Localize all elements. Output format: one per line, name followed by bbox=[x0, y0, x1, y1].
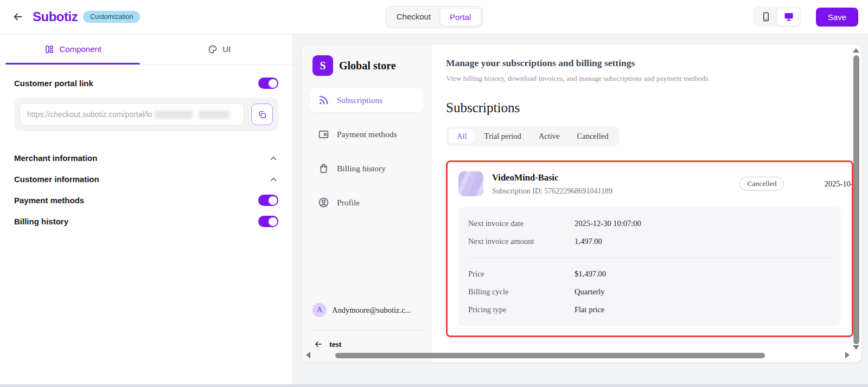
customer-information-row[interactable]: Customer information bbox=[14, 169, 278, 190]
sidebar-item-profile[interactable]: Profile bbox=[310, 190, 423, 215]
detail-row: Next invoice amount 1,497.00 bbox=[468, 233, 831, 250]
rss-icon bbox=[318, 94, 329, 106]
tab-component[interactable]: Component bbox=[0, 34, 146, 64]
subscriptions-heading: Subscriptions bbox=[446, 100, 853, 115]
detail-label: Next invoice amount bbox=[468, 237, 575, 246]
portal-preview-window: S Global store Subscriptions Payment met… bbox=[302, 44, 861, 362]
merchant-information-label: Merchant information bbox=[14, 153, 97, 163]
product-name: VideoMind-Basic bbox=[492, 172, 612, 183]
scroll-right-arrow[interactable] bbox=[845, 352, 850, 358]
back-to-test-link[interactable]: test bbox=[310, 330, 423, 351]
arrow-left-icon bbox=[12, 11, 24, 23]
subscription-card-highlighted[interactable]: VideoMind-Basic Subscription ID: 5762229… bbox=[446, 160, 853, 337]
filter-active[interactable]: Active bbox=[531, 129, 567, 144]
window-bottom-edge bbox=[0, 384, 868, 387]
customer-portal-link-row: Customer portal link bbox=[14, 78, 278, 89]
billing-history-row: Billing history bbox=[14, 211, 278, 232]
copy-icon bbox=[258, 110, 267, 119]
sidebar-item-subscriptions[interactable]: Subscriptions bbox=[310, 88, 423, 112]
scroll-down-arrow[interactable] bbox=[853, 345, 859, 350]
user-email: Andymoore@subotiz.c... bbox=[332, 306, 411, 315]
portal-url-box: https://checkout.subotiz.com/portal/lo bbox=[14, 98, 278, 131]
customization-badge: Customization bbox=[83, 11, 140, 23]
chevron-up-icon bbox=[269, 153, 278, 163]
customer-information-label: Customer information bbox=[14, 175, 99, 184]
status-badge: Cancelled bbox=[739, 177, 784, 191]
tab-checkout[interactable]: Checkout bbox=[387, 8, 440, 26]
subscription-date: 2025-10-06 09:07:0 bbox=[824, 179, 853, 189]
sidebar-item-billing-history[interactable]: Billing history bbox=[310, 156, 423, 180]
portal-url-input[interactable]: https://checkout.subotiz.com/portal/lo bbox=[20, 103, 244, 126]
app-logo: Subotiz bbox=[33, 9, 78, 24]
page-subtitle: View billing history, download invoices,… bbox=[446, 74, 853, 83]
customer-portal-link-label: Customer portal link bbox=[14, 79, 93, 88]
wallet-icon bbox=[318, 128, 329, 140]
portal-url-text: https://checkout.subotiz.com/portal/lo bbox=[27, 110, 152, 119]
detail-value: 2025-12-30 10:07:00 bbox=[575, 219, 641, 228]
preview-stage: S Global store Subscriptions Payment met… bbox=[293, 34, 868, 387]
sidebar-item-label: Subscriptions bbox=[337, 95, 382, 105]
palette-icon bbox=[208, 44, 218, 54]
detail-row: Pricing type Flat price bbox=[468, 301, 831, 319]
copy-link-button[interactable] bbox=[251, 104, 273, 125]
detail-row: Billing cycle Quarterly bbox=[468, 283, 831, 301]
detail-row: Price $1,497.00 bbox=[468, 265, 831, 283]
component-icon bbox=[44, 44, 54, 54]
redacted-url-segment bbox=[154, 111, 193, 119]
app-header: Subotiz Customization Checkout Portal Sa… bbox=[0, 0, 868, 34]
user-circle-icon bbox=[318, 197, 329, 208]
detail-row: Next invoice date 2025-12-30 10:07:00 bbox=[468, 215, 831, 233]
desktop-icon bbox=[783, 11, 795, 22]
filter-trial-period[interactable]: Trial period bbox=[477, 129, 529, 144]
subscription-details: Next invoice date 2025-12-30 10:07:00 Ne… bbox=[458, 207, 841, 326]
preview-sidebar: S Global store Subscriptions Payment met… bbox=[302, 44, 432, 362]
sidebar-item-label: Profile bbox=[337, 198, 360, 208]
horizontal-scrollbar[interactable] bbox=[335, 353, 765, 358]
subscription-filters: All Trial period Active Cancelled bbox=[446, 126, 620, 146]
billing-history-toggle[interactable] bbox=[258, 216, 278, 227]
mobile-icon bbox=[761, 11, 771, 22]
divider bbox=[468, 257, 831, 258]
vertical-scrollbar[interactable] bbox=[853, 55, 859, 344]
scroll-up-arrow[interactable] bbox=[853, 48, 859, 53]
editor-panel: Component UI Customer portal link https:… bbox=[0, 34, 293, 387]
billing-history-label: Billing history bbox=[14, 217, 68, 226]
detail-label: Billing cycle bbox=[468, 287, 575, 296]
mobile-preview-button[interactable] bbox=[755, 8, 777, 25]
save-button[interactable]: Save bbox=[816, 8, 858, 27]
editor-tabs: Component UI bbox=[0, 34, 292, 64]
payment-methods-toggle[interactable] bbox=[258, 195, 278, 206]
detail-value: $1,497.00 bbox=[575, 269, 606, 279]
sidebar-item-label: Payment methods bbox=[337, 130, 397, 139]
scroll-left-arrow[interactable] bbox=[306, 352, 310, 358]
detail-value: Quarterly bbox=[575, 287, 605, 296]
detail-value: Flat price bbox=[575, 305, 604, 314]
sidebar-item-payment-methods[interactable]: Payment methods bbox=[310, 122, 423, 146]
store-name: Global store bbox=[339, 60, 396, 72]
device-preview-switch bbox=[753, 7, 802, 27]
back-button[interactable] bbox=[10, 9, 26, 25]
payment-methods-row: Payment methods bbox=[14, 190, 278, 211]
detail-value: 1,497.00 bbox=[575, 237, 602, 246]
store-header: S Global store bbox=[310, 55, 423, 76]
tab-component-label: Component bbox=[59, 44, 101, 54]
filter-cancelled[interactable]: Cancelled bbox=[570, 129, 616, 144]
checkout-portal-switch: Checkout Portal bbox=[385, 6, 483, 28]
detail-label: Pricing type bbox=[468, 305, 575, 314]
shopping-bag-icon bbox=[318, 163, 329, 174]
sidebar-item-label: Billing history bbox=[337, 164, 386, 173]
account-user-row[interactable]: A Andymoore@subotiz.c... bbox=[310, 300, 423, 320]
page-title: Manage your subscriptions and billing se… bbox=[446, 57, 853, 69]
detail-label: Price bbox=[468, 269, 575, 279]
merchant-information-row[interactable]: Merchant information bbox=[14, 147, 278, 169]
desktop-preview-button[interactable] bbox=[777, 8, 800, 25]
subscription-id: Subscription ID: 576222968691041189 bbox=[492, 187, 612, 196]
tab-ui[interactable]: UI bbox=[146, 34, 293, 64]
customer-portal-link-toggle[interactable] bbox=[258, 78, 278, 89]
detail-label: Next invoice date bbox=[468, 219, 575, 228]
store-logo: S bbox=[312, 55, 333, 76]
tab-portal[interactable]: Portal bbox=[440, 8, 481, 26]
arrow-left-icon bbox=[314, 339, 323, 349]
preview-main: Manage your subscriptions and billing se… bbox=[432, 44, 861, 362]
filter-all[interactable]: All bbox=[449, 129, 475, 144]
